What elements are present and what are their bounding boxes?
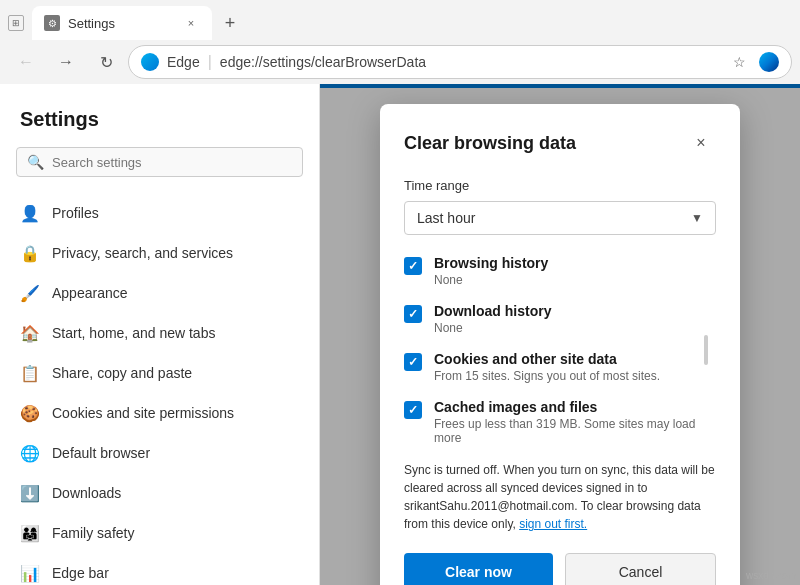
sidebar-item-cookies[interactable]: 🍪 Cookies and site permissions <box>0 393 319 433</box>
cookies-label: Cookies and other site data <box>434 351 660 367</box>
tab-nav-left: ⊞ <box>8 15 24 31</box>
search-box[interactable]: 🔍 <box>16 147 303 177</box>
sidebar-item-label-privacy: Privacy, search, and services <box>52 245 233 261</box>
sidebar-item-label-default-browser: Default browser <box>52 445 150 461</box>
browsing-history-checkbox[interactable] <box>404 257 422 275</box>
address-separator: | <box>208 53 212 71</box>
check-items-container: Browsing history None Download history N… <box>404 255 716 445</box>
modal-header: Clear browsing data × <box>404 128 716 158</box>
new-tab-button[interactable]: + <box>216 9 244 37</box>
sidebar-item-label-cookies: Cookies and site permissions <box>52 405 234 421</box>
appearance-icon: 🖌️ <box>20 283 40 303</box>
time-range-dropdown[interactable]: Last hour ▼ <box>404 201 716 235</box>
clear-browsing-data-modal: Clear browsing data × Time range Last ho… <box>380 104 740 585</box>
main-layout: Settings 🔍 👤 Profiles 🔒 Privacy, search,… <box>0 84 800 585</box>
sidebar-item-label-appearance: Appearance <box>52 285 128 301</box>
address-icons: ☆ <box>725 48 779 76</box>
browsing-history-label: Browsing history <box>434 255 548 271</box>
content-area: Clear browsing data × Time range Last ho… <box>320 84 800 585</box>
download-history-checkbox[interactable] <box>404 305 422 323</box>
sidebar-item-label-family: Family safety <box>52 525 134 541</box>
sidebar-item-edge-bar[interactable]: 📊 Edge bar <box>0 553 319 585</box>
dropdown-arrow-icon: ▼ <box>691 211 703 225</box>
cookies-content: Cookies and other site data From 15 site… <box>434 351 660 383</box>
refresh-button[interactable]: ↻ <box>88 44 124 80</box>
sidebar-item-profiles[interactable]: 👤 Profiles <box>0 193 319 233</box>
time-range-value: Last hour <box>417 210 475 226</box>
cached-checkbox[interactable] <box>404 401 422 419</box>
tab-nav-prev: ⊞ <box>8 15 24 31</box>
address-url: edge://settings/clearBrowserData <box>220 54 717 70</box>
modal-close-button[interactable]: × <box>686 128 716 158</box>
sidebar: Settings 🔍 👤 Profiles 🔒 Privacy, search,… <box>0 84 320 585</box>
cookies-checkbox[interactable] <box>404 353 422 371</box>
cached-content: Cached images and files Frees up less th… <box>434 399 716 445</box>
sidebar-item-label-edge-bar: Edge bar <box>52 565 109 581</box>
search-icon: 🔍 <box>27 154 44 170</box>
browsing-history-content: Browsing history None <box>434 255 548 287</box>
modal-title: Clear browsing data <box>404 133 576 154</box>
privacy-icon: 🔒 <box>20 243 40 263</box>
sidebar-item-start[interactable]: 🏠 Start, home, and new tabs <box>0 313 319 353</box>
cached-label: Cached images and files <box>434 399 716 415</box>
download-history-content: Download history None <box>434 303 551 335</box>
sidebar-item-label-profiles: Profiles <box>52 205 99 221</box>
sidebar-item-default-browser[interactable]: 🌐 Default browser <box>0 433 319 473</box>
watermark: wsxdn.com <box>746 570 796 581</box>
cookies-icon: 🍪 <box>20 403 40 423</box>
download-history-desc: None <box>434 321 551 335</box>
edge-small-logo <box>141 53 159 71</box>
sidebar-item-downloads[interactable]: ⬇️ Downloads <box>0 473 319 513</box>
cookies-desc: From 15 sites. Signs you out of most sit… <box>434 369 660 383</box>
cached-desc: Frees up less than 319 MB. Some sites ma… <box>434 417 716 445</box>
edge-logo-button[interactable] <box>759 52 779 72</box>
address-bar-row: ← → ↻ Edge | edge://settings/clearBrowse… <box>0 40 800 84</box>
forward-button[interactable]: → <box>48 44 84 80</box>
sidebar-item-share[interactable]: 📋 Share, copy and paste <box>0 353 319 393</box>
check-item-cached: Cached images and files Frees up less th… <box>404 399 716 445</box>
tab-title: Settings <box>68 16 174 31</box>
sidebar-item-appearance[interactable]: 🖌️ Appearance <box>0 273 319 313</box>
sidebar-title: Settings <box>0 100 319 147</box>
cancel-button[interactable]: Cancel <box>565 553 716 585</box>
profiles-icon: 👤 <box>20 203 40 223</box>
address-bar[interactable]: Edge | edge://settings/clearBrowserData … <box>128 45 792 79</box>
tab-close-button[interactable]: × <box>182 14 200 32</box>
search-input[interactable] <box>52 155 292 170</box>
browsing-history-desc: None <box>434 273 548 287</box>
sign-out-link[interactable]: sign out first. <box>519 517 587 531</box>
sidebar-item-family[interactable]: 👨‍👩‍👧 Family safety <box>0 513 319 553</box>
download-history-label: Download history <box>434 303 551 319</box>
check-item-cookies: Cookies and other site data From 15 site… <box>404 351 716 383</box>
modal-overlay: Clear browsing data × Time range Last ho… <box>320 84 800 585</box>
sidebar-item-label-share: Share, copy and paste <box>52 365 192 381</box>
favorites-button[interactable]: ☆ <box>725 48 753 76</box>
sidebar-item-privacy[interactable]: 🔒 Privacy, search, and services <box>0 233 319 273</box>
family-icon: 👨‍👩‍👧 <box>20 523 40 543</box>
address-edge-label: Edge <box>167 54 200 70</box>
edge-bar-icon: 📊 <box>20 563 40 583</box>
settings-tab[interactable]: ⚙ Settings × <box>32 6 212 40</box>
downloads-icon: ⬇️ <box>20 483 40 503</box>
sync-text: Sync is turned off. When you turn on syn… <box>404 461 716 533</box>
check-item-download-history: Download history None <box>404 303 716 335</box>
sidebar-item-label-start: Start, home, and new tabs <box>52 325 215 341</box>
share-icon: 📋 <box>20 363 40 383</box>
check-item-browsing-history: Browsing history None <box>404 255 716 287</box>
tab-bar: ⊞ ⚙ Settings × + <box>0 0 800 40</box>
browser-chrome: ⊞ ⚙ Settings × + ← → ↻ Edge | edge://set… <box>0 0 800 84</box>
default-browser-icon: 🌐 <box>20 443 40 463</box>
tab-settings-icon: ⚙ <box>44 15 60 31</box>
sidebar-item-label-downloads: Downloads <box>52 485 121 501</box>
clear-now-button[interactable]: Clear now <box>404 553 553 585</box>
time-range-label: Time range <box>404 178 716 193</box>
modal-actions: Clear now Cancel <box>404 553 716 585</box>
start-icon: 🏠 <box>20 323 40 343</box>
back-button[interactable]: ← <box>8 44 44 80</box>
modal-scrollbar[interactable] <box>704 335 708 365</box>
